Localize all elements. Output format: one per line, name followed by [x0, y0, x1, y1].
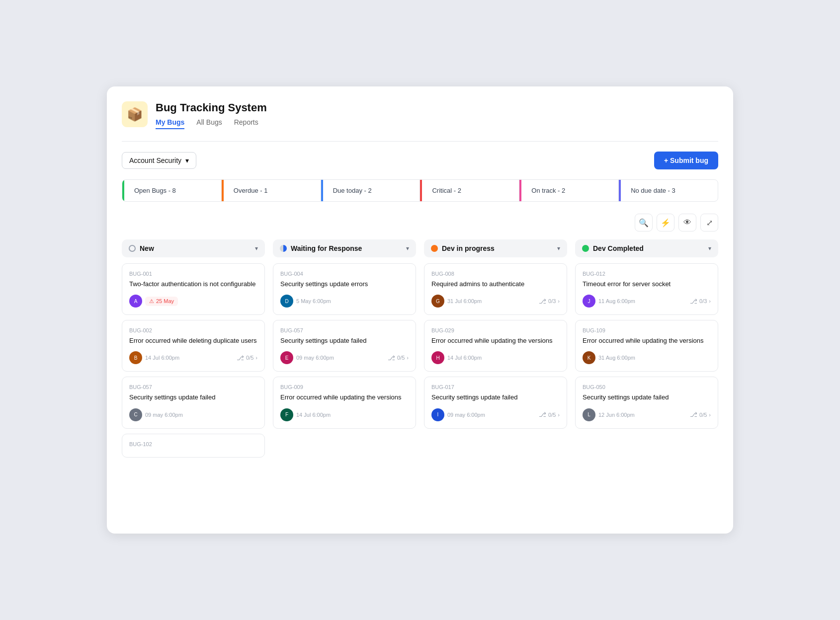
avatar: C [129, 408, 142, 421]
date-label: 09 may 6:00pm [145, 412, 183, 418]
card-footer: L 12 Jun 6:00pm ⎇ 0/5 › [583, 408, 711, 421]
col-label-completed: Dev Completed [593, 244, 644, 252]
submit-bug-button[interactable]: + Submit bug [654, 152, 718, 169]
filter-button[interactable]: ⚡ [657, 214, 674, 232]
chevron-down-icon: ▾ [406, 245, 409, 252]
column-inprogress: Dev in progress ▾ BUG-008 Required admin… [424, 239, 567, 463]
date-label: 12 Jun 6:00pm [598, 412, 635, 418]
project-label: Account Security [129, 156, 181, 164]
avatar: L [583, 408, 595, 421]
tab-my-bugs[interactable]: My Bugs [156, 118, 184, 129]
chevron-right-icon: › [709, 412, 711, 418]
chevron-down-icon: ▾ [708, 245, 711, 252]
header-right: Bug Tracking System My Bugs All Bugs Rep… [156, 101, 267, 129]
stat-critical[interactable]: Critical - 2 [420, 180, 519, 201]
chevron-right-icon: › [407, 355, 409, 361]
stat-no-due-date[interactable]: No due date - 3 [619, 180, 718, 201]
card-footer: C 09 may 6:00pm [129, 408, 257, 421]
bug-title: Error occurred while deleting duplicate … [129, 336, 257, 345]
col-label-new: New [140, 244, 154, 252]
card-bug-050[interactable]: BUG-050 Security settings update failed … [575, 377, 718, 428]
card-bug-012[interactable]: BUG-012 Timeout error for server socket … [575, 263, 718, 315]
bug-id: BUG-004 [280, 271, 409, 277]
bug-id: BUG-017 [431, 384, 560, 390]
avatar: H [431, 351, 444, 364]
bug-title: Error occurred while updating the versio… [431, 336, 560, 345]
card-bug-109[interactable]: BUG-109 Error occurred while updating th… [575, 320, 718, 372]
col-header-new[interactable]: New ▾ [122, 239, 265, 257]
subtask-info: ⎇ 0/3 › [539, 298, 560, 305]
status-dot-inprogress [431, 245, 438, 252]
stat-overdue[interactable]: Overdue - 1 [222, 180, 321, 201]
subtask-icon: ⎇ [237, 354, 244, 362]
bug-id: BUG-012 [583, 271, 711, 277]
card-bug-001[interactable]: BUG-001 Two-factor authentication is not… [122, 263, 265, 315]
date-label: 11 Aug 6:00pm [598, 298, 635, 304]
card-footer: E 09 may 6:00pm ⎇ 0/5 › [280, 351, 409, 364]
kanban-board: New ▾ BUG-001 Two-factor authentication … [122, 239, 718, 463]
card-bug-008[interactable]: BUG-008 Required admins to authenticate … [424, 263, 567, 315]
toolbar: Account Security ▾ + Submit bug [122, 152, 718, 169]
subtask-icon: ⎇ [690, 411, 697, 418]
avatar: G [431, 295, 444, 308]
bug-title: Security settings update failed [583, 393, 711, 402]
chevron-right-icon: › [558, 412, 560, 418]
card-footer: H 14 Jul 6:00pm [431, 351, 560, 364]
expand-button[interactable]: ⤢ [700, 214, 718, 232]
card-footer: K 31 Aug 6:00pm [583, 351, 711, 364]
card-bug-017[interactable]: BUG-017 Security settings update failed … [424, 377, 567, 428]
date-label: 31 Aug 6:00pm [598, 355, 635, 361]
column-waiting: Waiting for Response ▾ BUG-004 Security … [273, 239, 416, 463]
avatar: J [583, 295, 595, 308]
project-selector[interactable]: Account Security ▾ [122, 152, 196, 169]
subtask-icon: ⎇ [388, 354, 395, 362]
avatar: E [280, 351, 293, 364]
chevron-right-icon: › [255, 355, 257, 361]
tab-reports[interactable]: Reports [234, 118, 258, 129]
col-label-inprogress: Dev in progress [442, 244, 495, 252]
bug-title: Timeout error for server socket [583, 280, 711, 289]
date-label: 09 may 6:00pm [296, 355, 334, 361]
bug-id: BUG-057 [129, 384, 257, 390]
date-label: 14 Jul 6:00pm [447, 355, 482, 361]
col-header-completed[interactable]: Dev Completed ▾ [575, 239, 718, 257]
card-bug-004[interactable]: BUG-004 Security settings update errors … [273, 263, 416, 315]
chevron-down-icon: ▾ [185, 156, 189, 164]
subtask-info: ⎇ 0/3 › [690, 298, 711, 305]
card-footer: B 14 Jul 6:00pm ⎇ 0/5 › [129, 351, 257, 364]
status-dot-completed [582, 245, 589, 252]
bug-id: BUG-029 [431, 327, 560, 333]
col-header-inprogress[interactable]: Dev in progress ▾ [424, 239, 567, 257]
avatar: K [583, 351, 595, 364]
card-footer: D 5 May 6:00pm [280, 295, 409, 308]
card-bug-057-new[interactable]: BUG-057 Security settings update failed … [122, 377, 265, 428]
expand-icon: ⤢ [706, 218, 713, 228]
card-bug-029[interactable]: BUG-029 Error occurred while updating th… [424, 320, 567, 372]
stat-due-today[interactable]: Due today - 2 [321, 180, 420, 201]
stat-on-track[interactable]: On track - 2 [519, 180, 619, 201]
stat-open-bugs[interactable]: Open Bugs - 8 [122, 180, 222, 201]
bug-id: BUG-109 [583, 327, 711, 333]
search-button[interactable]: 🔍 [635, 214, 653, 232]
status-dot-waiting [280, 245, 287, 252]
tab-all-bugs[interactable]: All Bugs [196, 118, 222, 129]
card-footer: A ⚠ 25 May [129, 295, 257, 308]
card-bug-057-wait[interactable]: BUG-057 Security settings update failed … [273, 320, 416, 372]
avatar: I [431, 408, 444, 421]
chevron-down-icon: ▾ [557, 245, 560, 252]
subtask-info: ⎇ 0/5 › [237, 354, 257, 362]
status-dot-new [129, 245, 136, 252]
bug-id: BUG-001 [129, 271, 257, 277]
bug-title: Required admins to authenticate [431, 280, 560, 289]
view-button[interactable]: 👁 [678, 214, 696, 232]
card-footer: J 11 Aug 6:00pm ⎇ 0/3 › [583, 295, 711, 308]
card-bug-102[interactable]: BUG-102 [122, 434, 265, 458]
action-icons: 🔍 ⚡ 👁 ⤢ [122, 214, 718, 232]
bug-id: BUG-057 [280, 327, 409, 333]
card-bug-009[interactable]: BUG-009 Error occurred while updating th… [273, 377, 416, 428]
col-header-waiting[interactable]: Waiting for Response ▾ [273, 239, 416, 257]
subtask-info: ⎇ 0/5 › [539, 411, 560, 418]
bug-id: BUG-102 [129, 441, 257, 447]
subtask-icon: ⎇ [539, 411, 546, 418]
card-bug-002[interactable]: BUG-002 Error occurred while deleting du… [122, 320, 265, 372]
